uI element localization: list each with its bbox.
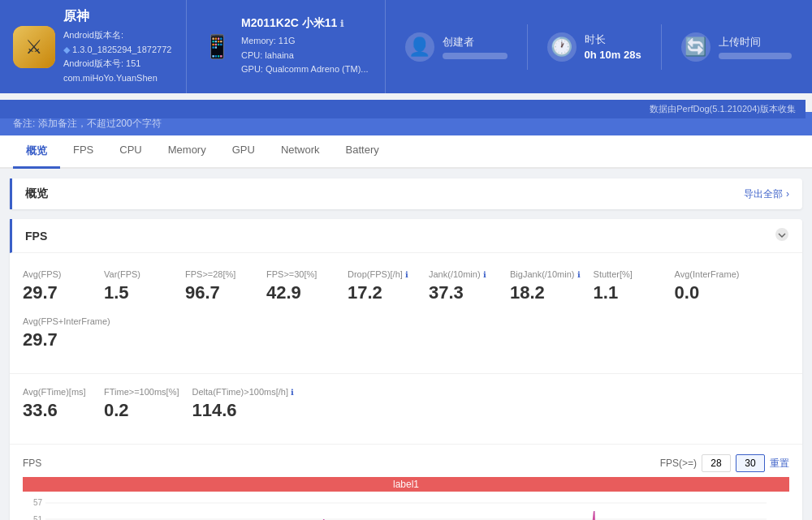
tab-overview[interactable]: 概览	[13, 135, 60, 169]
fps-title: FPS	[25, 230, 47, 243]
stats-row-2: Avg(FTime)[ms] 33.6 FTime>=100ms[%] 0.2 …	[10, 374, 802, 445]
android-dot: ◆	[63, 45, 70, 54]
overview-section: 概览 导出全部 ›	[10, 178, 802, 209]
export-button[interactable]: 导出全部 ›	[744, 187, 789, 201]
main-content: 概览 导出全部 › FPS Avg(FPS) 29.7 Var(FPS) 1.5	[0, 169, 812, 520]
stat-fps-28: FPS>=28[%] 96.7	[185, 266, 266, 313]
upload-value	[719, 53, 792, 59]
duration-icon: 🕐	[547, 32, 577, 62]
y-axis-right: 3 2 1	[767, 495, 789, 520]
y-axis-left: 5751454034282317116	[23, 495, 45, 520]
upload-item: 🔄 上传时间	[662, 24, 811, 70]
chevron-right-icon: ›	[786, 188, 789, 200]
tab-bar: 概览 FPS CPU Memory GPU Network Battery	[0, 135, 812, 169]
device-detail: Memory: 11G CPU: lahaina GPU: Qualcomm A…	[241, 34, 369, 77]
app-header: 原神 Android版本名: ◆ 1.3.0_1825294_1872772 A…	[0, 0, 812, 93]
duration-text: 时长 0h 10m 28s	[585, 32, 641, 61]
app-info-section: 原神 Android版本名: ◆ 1.3.0_1825294_1872772 A…	[0, 0, 187, 93]
creator-value	[443, 53, 508, 59]
creator-label: 创建者	[443, 35, 508, 49]
overview-header: 概览 导出全部 ›	[10, 178, 802, 209]
reset-button[interactable]: 重置	[770, 457, 789, 471]
android-version-name-label: Android版本名:	[63, 30, 123, 40]
chart-area: 5751454034282317116 FPS	[23, 495, 789, 520]
overview-title: 概览	[25, 187, 48, 201]
meta-section: 👤 创建者 🕐 时长 0h 10m 28s 🔄 上传时间	[386, 0, 812, 93]
chart-fps-label: FPS	[23, 458, 41, 469]
tab-fps[interactable]: FPS	[60, 135, 106, 169]
stat-stutter: Stutter[%] 1.1	[594, 266, 675, 313]
stat-drop-fps: Drop(FPS)[/h] ℹ 17.2	[348, 266, 429, 313]
android-version: 151	[126, 58, 140, 68]
chart-svg-wrapper: FPS	[45, 495, 767, 520]
info-icon: ℹ	[340, 19, 343, 28]
fps-header: FPS	[10, 219, 802, 253]
app-icon	[13, 26, 55, 68]
chart-label-bar: label1	[23, 477, 789, 492]
fps-section: FPS Avg(FPS) 29.7 Var(FPS) 1.5 FPS>=28[%…	[10, 219, 802, 520]
duration-label: 时长	[585, 32, 641, 47]
duration-value: 0h 10m 28s	[585, 49, 641, 61]
duration-item: 🕐 时长 0h 10m 28s	[528, 24, 662, 70]
creator-item: 👤 创建者	[386, 24, 528, 70]
stat-jank: Jank(/10min) ℹ 37.3	[429, 266, 510, 313]
fps-chart-svg	[45, 495, 767, 520]
svg-point-0	[775, 228, 788, 241]
chart-controls: FPS FPS(>=) 重置	[23, 454, 789, 472]
device-section: 📱 M2011K2C 小米11 ℹ Memory: 11G CPU: lahai…	[187, 0, 386, 93]
stat-fps-30: FPS>=30[%] 42.9	[266, 266, 348, 313]
fps-gte-label: FPS(>=)	[660, 458, 697, 469]
creator-icon: 👤	[405, 32, 434, 62]
fps-chart-container: FPS FPS(>=) 重置 label1 575145403428231711…	[10, 445, 802, 520]
stat-avg-fps: Avg(FPS) 29.7	[23, 266, 104, 313]
app-detail: Android版本名: ◆ 1.3.0_1825294_1872772 Andr…	[63, 28, 171, 85]
device-text: M2011K2C 小米11 ℹ Memory: 11G CPU: lahaina…	[241, 16, 369, 77]
upload-text: 上传时间	[719, 35, 792, 59]
stat-var-fps: Var(FPS) 1.5	[104, 266, 185, 313]
stat-bigjank: BigJank(/10min) ℹ 18.2	[510, 266, 594, 313]
stat-ftime-100: FTime>=100ms[%] 0.2	[104, 384, 192, 431]
android-version-label: Android版本号:	[63, 58, 123, 68]
stat-fps-interframe: Avg(FPS+InterFrame) 29.7	[23, 313, 123, 360]
fps-input-30[interactable]	[736, 454, 765, 472]
stat-interframe: Avg(InterFrame) 0.0	[675, 266, 756, 313]
tab-gpu[interactable]: GPU	[219, 135, 268, 169]
stats-row-1: Avg(FPS) 29.7 Var(FPS) 1.5 FPS>=28[%] 96…	[10, 253, 802, 374]
fps-filter: FPS(>=) 重置	[660, 454, 789, 472]
phone-icon: 📱	[203, 33, 231, 60]
fps-input-28[interactable]	[702, 454, 731, 472]
stat-avg-ftime: Avg(FTime)[ms] 33.6	[23, 384, 104, 431]
creator-text: 创建者	[443, 35, 508, 59]
app-package: com.miHoYo.YuanShen	[63, 73, 158, 83]
app-name: 原神	[63, 8, 171, 25]
app-text: 原神 Android版本名: ◆ 1.3.0_1825294_1872772 A…	[63, 8, 171, 85]
fps-collapse-button[interactable]	[775, 227, 789, 244]
tab-battery[interactable]: Battery	[333, 135, 392, 169]
data-source: 数据由PerfDog(5.1.210204)版本收集	[0, 100, 806, 118]
stat-delta-ftime: Delta(FTime)>100ms[/h] ℹ 114.6	[192, 384, 308, 431]
device-name: M2011K2C 小米11 ℹ	[241, 16, 369, 31]
tab-memory[interactable]: Memory	[155, 135, 219, 169]
app-icon-image	[13, 26, 55, 68]
app-version: 1.3.0_1825294_1872772	[72, 45, 171, 54]
tab-cpu[interactable]: CPU	[106, 135, 154, 169]
upload-icon: 🔄	[681, 32, 710, 62]
upload-label: 上传时间	[719, 35, 792, 49]
tab-network[interactable]: Network	[268, 135, 333, 169]
